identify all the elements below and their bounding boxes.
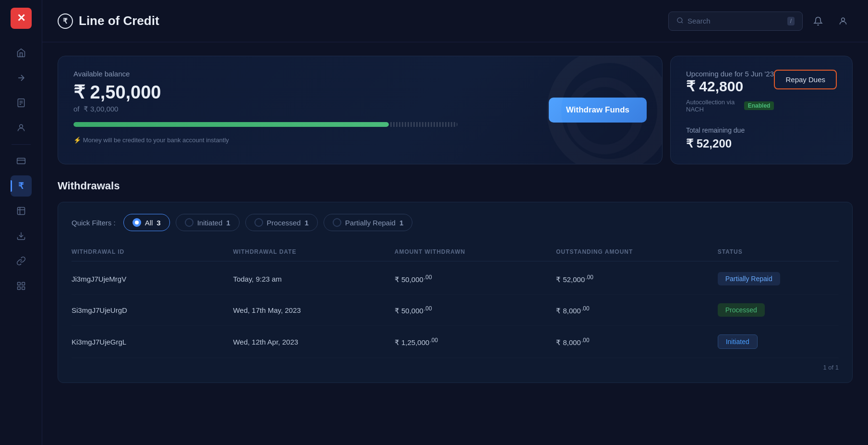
table-row: Si3mgJ7UjeUrgD Wed, 17th May, 2023 ₹ 50,… — [72, 295, 839, 326]
search-icon — [676, 17, 684, 25]
filter-initiated[interactable]: Initiated 1 — [176, 214, 240, 231]
cell-date-3: Wed, 12th Apr, 2023 — [233, 338, 394, 346]
cell-amount-3: ₹ 1,25,000.00 — [395, 337, 556, 347]
filter-processed-dot — [254, 218, 263, 227]
credit-progress-bar — [73, 122, 389, 127]
sidebar-item-credit[interactable]: ₹ — [11, 175, 32, 197]
search-box[interactable]: Search / — [668, 12, 803, 31]
progress-stripe — [389, 122, 458, 127]
filter-processed-label: Processed — [267, 219, 301, 227]
filters-label: Quick Filters : — [72, 219, 116, 227]
svg-rect-15 — [22, 287, 24, 290]
withdrawals-table-card: Quick Filters : All 3 Initiated 1 — [58, 202, 853, 383]
cell-outstanding-2: ₹ 8,000.00 — [556, 305, 717, 315]
nach-row: Autocollection via NACH Enabled — [686, 99, 774, 113]
status-badge-1: Partially Repaid — [718, 272, 780, 285]
svg-point-16 — [677, 17, 682, 22]
due-header-row: Upcoming due for 5 Jun '23 ₹ 42,800 Auto… — [686, 70, 837, 124]
sidebar-item-download[interactable] — [11, 225, 32, 247]
table-row: Ki3mgJ7UjeGrgL Wed, 12th Apr, 2023 ₹ 1,2… — [72, 326, 839, 358]
logo-button[interactable]: ✕ — [11, 8, 32, 29]
filter-initiated-label: Initiated — [197, 219, 223, 227]
sidebar-item-reports[interactable] — [11, 200, 32, 222]
header: ₹ Line of Credit Search / — [42, 0, 868, 42]
cell-status-1: Partially Repaid — [718, 272, 839, 285]
pagination-info: 1 of 1 — [823, 364, 839, 371]
balance-amount: ₹ 2,50,000 — [73, 82, 647, 103]
cell-outstanding-1: ₹ 52,000.00 — [556, 274, 717, 284]
balance-of: of ₹ 3,00,000 — [73, 105, 647, 113]
filter-all-label: All — [145, 219, 153, 227]
filter-all[interactable]: All 3 — [123, 214, 170, 231]
balance-card: Available balance ₹ 2,50,000 of ₹ 3,00,0… — [58, 56, 663, 164]
cell-amount-2: ₹ 50,000.00 — [395, 305, 556, 315]
cell-id-3: Ki3mgJ7UjeGrgL — [72, 338, 233, 346]
cell-id-1: Ji3mgJ7UjeMrgV — [72, 275, 233, 283]
due-date-label: Upcoming due for 5 Jun '23 ₹ 42,800 Auto… — [686, 70, 774, 124]
repay-dues-button[interactable]: Repay Dues — [774, 70, 837, 89]
filters-row: Quick Filters : All 3 Initiated 1 — [72, 214, 839, 231]
nach-label: Autocollection via NACH — [686, 99, 740, 113]
status-badge-3: Initiated — [718, 334, 758, 349]
filter-all-dot-inner — [135, 221, 139, 224]
filter-processed-count: 1 — [304, 219, 308, 227]
progress-fill — [73, 122, 389, 127]
sidebar-divider-1 — [12, 144, 31, 145]
instant-note: ⚡ Money will be credited to your bank ac… — [73, 136, 647, 144]
filter-partially-dot — [333, 218, 341, 227]
cell-outstanding-3: ₹ 8,000.00 — [556, 337, 717, 347]
user-profile-icon[interactable] — [833, 12, 853, 31]
balance-label: Available balance — [73, 70, 647, 78]
page-content: Available balance ₹ 2,50,000 of ₹ 3,00,0… — [42, 42, 868, 445]
notification-bell-icon[interactable] — [808, 12, 828, 31]
filter-processed[interactable]: Processed 1 — [245, 214, 318, 231]
table-row: Ji3mgJ7UjeMrgV Today, 9:23 am ₹ 50,000.0… — [72, 263, 839, 295]
cell-status-2: Processed — [718, 303, 839, 317]
sidebar-item-users[interactable] — [11, 117, 32, 138]
svg-rect-6 — [17, 158, 25, 164]
page-title: Line of Credit — [79, 13, 159, 28]
cell-id-2: Si3mgJ7UjeUrgD — [72, 306, 233, 314]
filter-partially-repaid[interactable]: Partially Repaid 1 — [324, 214, 412, 231]
sidebar-item-arrow[interactable] — [11, 67, 32, 88]
sidebar-item-home[interactable] — [11, 42, 32, 63]
due-amount: ₹ 42,800 — [686, 78, 774, 95]
sidebar-item-links[interactable] — [11, 250, 32, 272]
status-badge-2: Processed — [718, 303, 765, 317]
col-header-outstanding: OUTSTANDING AMOUNT — [556, 248, 717, 255]
svg-point-5 — [19, 124, 23, 128]
filter-partially-count: 1 — [399, 219, 403, 227]
sidebar-item-grid[interactable] — [11, 275, 32, 297]
total-remaining-label: Total remaining due — [686, 126, 837, 134]
due-card: Upcoming due for 5 Jun '23 ₹ 42,800 Auto… — [670, 56, 853, 164]
main-content: ₹ Line of Credit Search / Available bala… — [42, 0, 868, 445]
svg-rect-12 — [17, 283, 20, 285]
sidebar-item-cards[interactable] — [11, 150, 32, 172]
withdraw-funds-button[interactable]: Withdraw Funds — [549, 98, 647, 123]
filter-partially-repaid-label: Partially Repaid — [345, 219, 396, 227]
search-placeholder: Search — [687, 17, 784, 25]
search-shortcut: / — [787, 17, 795, 25]
balance-total: ₹ 3,00,000 — [84, 105, 119, 113]
filter-all-dot — [133, 218, 141, 227]
sidebar-item-documents[interactable] — [11, 92, 32, 113]
filter-initiated-dot — [185, 218, 193, 227]
cell-status-3: Initiated — [718, 334, 839, 349]
withdrawals-title: Withdrawals — [58, 180, 853, 192]
cell-amount-1: ₹ 50,000.00 — [395, 274, 556, 284]
svg-rect-8 — [17, 208, 24, 215]
col-header-id: WITHDRAWAL ID — [72, 248, 233, 255]
filter-all-count: 3 — [157, 219, 160, 227]
svg-rect-13 — [22, 283, 24, 285]
nach-status-badge: Enabled — [744, 101, 774, 110]
summary-cards-row: Available balance ₹ 2,50,000 of ₹ 3,00,0… — [58, 56, 853, 164]
table-header: WITHDRAWAL ID WITHDRAWAL DATE AMOUNT WIT… — [72, 243, 839, 261]
svg-line-17 — [681, 22, 683, 23]
cell-date-2: Wed, 17th May, 2023 — [233, 306, 394, 314]
header-rupee-icon: ₹ — [58, 13, 73, 29]
col-header-date: WITHDRAWAL DATE — [233, 248, 394, 255]
col-header-amount: AMOUNT WITHDRAWN — [395, 248, 556, 255]
svg-rect-14 — [17, 287, 20, 290]
filter-initiated-count: 1 — [226, 219, 230, 227]
withdrawals-section: Withdrawals Quick Filters : All 3 — [58, 180, 853, 383]
